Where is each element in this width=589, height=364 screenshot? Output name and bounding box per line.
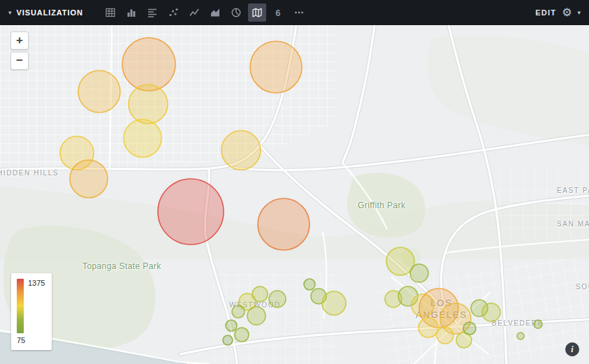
- map-bubble[interactable]: [124, 119, 161, 157]
- map-canvas[interactable]: HIDDEN HILLSGriffith ParkTopanga State P…: [0, 25, 589, 364]
- map-bubble[interactable]: [304, 279, 315, 290]
- gear-icon[interactable]: ⚙: [562, 7, 572, 18]
- zoom-in-button[interactable]: +: [10, 31, 29, 50]
- map-bubble[interactable]: [235, 328, 249, 342]
- map-bubble[interactable]: [122, 38, 175, 91]
- map-bubble[interactable]: [482, 303, 500, 321]
- info-button[interactable]: i: [565, 342, 579, 356]
- map-bubble[interactable]: [226, 320, 237, 331]
- map-bubble[interactable]: [534, 320, 542, 328]
- map-bubble[interactable]: [250, 41, 302, 93]
- toolbar-right-controls: EDIT ⚙ ▾: [535, 7, 581, 18]
- table-icon[interactable]: [101, 3, 119, 22]
- edit-button[interactable]: EDIT: [535, 8, 556, 17]
- big-number-icon[interactable]: 6: [269, 3, 287, 22]
- app-window: ▾ VISUALIZATION 6 EDIT ⚙ ▾: [0, 0, 589, 364]
- line-chart-icon[interactable]: [185, 3, 203, 22]
- bar-chart-icon[interactable]: [122, 3, 140, 22]
- map-bubble[interactable]: [258, 198, 310, 250]
- map-bubble[interactable]: [419, 318, 438, 337]
- map-bubble[interactable]: [129, 85, 168, 124]
- map-bubble[interactable]: [269, 291, 286, 307]
- map-bubble[interactable]: [322, 291, 346, 315]
- map-bubble[interactable]: [463, 322, 476, 335]
- map-bubble[interactable]: [410, 264, 428, 282]
- map-bubble[interactable]: [223, 335, 233, 345]
- map-icon[interactable]: [248, 3, 266, 22]
- zoom-control: + −: [10, 31, 29, 70]
- map-bubble[interactable]: [221, 131, 261, 170]
- text-table-icon[interactable]: [143, 3, 161, 22]
- section-title: VISUALIZATION: [17, 8, 83, 17]
- legend-max-value: 1375: [28, 279, 45, 287]
- donut-chart-icon[interactable]: [227, 3, 245, 22]
- bubble-layer: [0, 25, 589, 364]
- more-options-icon[interactable]: [290, 3, 308, 22]
- visualization-section-toggle[interactable]: ▾ VISUALIZATION: [8, 8, 83, 17]
- visualization-toolbar: ▾ VISUALIZATION 6 EDIT ⚙ ▾: [0, 0, 589, 25]
- viz-type-switcher: 6: [101, 3, 308, 22]
- map-bubble[interactable]: [78, 71, 120, 112]
- map-bubble[interactable]: [437, 327, 453, 344]
- zoom-out-button[interactable]: −: [10, 52, 29, 70]
- legend-gradient: [17, 279, 24, 333]
- map-bubble[interactable]: [70, 160, 108, 198]
- chevron-down-icon: ▾: [8, 10, 12, 16]
- chevron-down-icon[interactable]: ▾: [577, 10, 581, 16]
- map-bubble[interactable]: [158, 179, 224, 245]
- scatter-plot-icon[interactable]: [164, 3, 182, 22]
- map-bubble[interactable]: [247, 307, 266, 325]
- color-legend: 1375 75: [11, 273, 52, 350]
- map-bubble[interactable]: [517, 333, 524, 340]
- area-chart-icon[interactable]: [206, 3, 224, 22]
- map-bubble[interactable]: [232, 305, 245, 318]
- legend-min-value: 75: [17, 336, 45, 344]
